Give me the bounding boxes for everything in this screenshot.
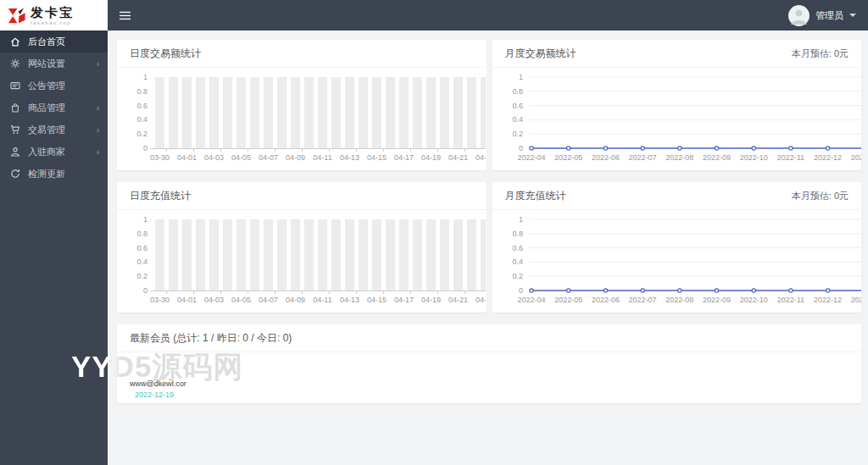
card-title: 最新会员 (总计: 1 / 昨日: 0 / 今日: 0) xyxy=(130,331,292,346)
svg-text:2022-04: 2022-04 xyxy=(517,296,545,304)
user-menu[interactable]: 管理员 xyxy=(788,5,856,26)
svg-text:1: 1 xyxy=(143,215,147,224)
svg-text:04-01: 04-01 xyxy=(177,153,197,162)
svg-text:04-19: 04-19 xyxy=(421,296,441,304)
sidebar-item-6[interactable]: 入驻商家› xyxy=(0,141,108,163)
svg-text:0: 0 xyxy=(143,286,147,295)
cart-icon xyxy=(10,125,20,135)
sidebar-item-2[interactable]: 网站设置› xyxy=(0,53,108,75)
card-latest-members: 最新会员 (总计: 1 / 昨日: 0 / 今日: 0) www@dkewl.c… xyxy=(117,324,861,403)
sidebar-item-1[interactable]: 后台首页 xyxy=(0,30,108,53)
card-title: 月度交易额统计 xyxy=(505,47,576,61)
username: 管理员 xyxy=(815,9,843,22)
card-header: 月度交易额统计 本月预估: 0元 xyxy=(492,40,862,68)
app-domain: fakabao.top xyxy=(31,20,74,25)
chart-monthly-recharge: 00.20.40.60.812022-042022-052022-062022-… xyxy=(492,210,862,313)
announcement-icon xyxy=(10,80,20,91)
svg-text:0.6: 0.6 xyxy=(512,244,523,252)
hamburger-menu-icon[interactable] xyxy=(120,11,131,20)
topbar: 管理员 xyxy=(108,0,868,30)
svg-text:0.2: 0.2 xyxy=(136,130,147,138)
svg-text:0.4: 0.4 xyxy=(136,257,147,266)
svg-text:2022-09: 2022-09 xyxy=(702,153,730,162)
home-icon xyxy=(10,36,20,47)
sidebar: 发卡宝 fakabao.top 后台首页网站设置›公告管理商品管理›交易管理›入… xyxy=(0,0,108,465)
svg-text:1: 1 xyxy=(143,73,147,81)
svg-text:0.6: 0.6 xyxy=(136,102,147,110)
svg-text:04-05: 04-05 xyxy=(231,296,251,304)
svg-text:0.6: 0.6 xyxy=(136,244,147,252)
svg-text:0: 0 xyxy=(518,144,522,152)
chevron-right-icon: › xyxy=(97,59,99,69)
svg-text:04-09: 04-09 xyxy=(286,153,305,162)
list-item[interactable]: www@dkewl.cor 2022-12-19 xyxy=(130,379,861,399)
chart-svg-daily_trade: 00.20.40.60.8103-3004-0104-0304-0504-070… xyxy=(122,70,486,169)
sidebar-item-7[interactable]: 检测更新 xyxy=(0,163,108,185)
logo[interactable]: 发卡宝 fakabao.top xyxy=(0,0,108,30)
main-content: 日度交易额统计 00.20.40.60.8103-3004-0104-0304-… xyxy=(108,30,868,465)
sidebar-item-3[interactable]: 公告管理 xyxy=(0,75,108,97)
svg-text:2022-08: 2022-08 xyxy=(665,296,693,304)
merchant-icon xyxy=(10,147,20,157)
card-title: 日度充值统计 xyxy=(130,189,191,203)
sidebar-item-4[interactable]: 商品管理› xyxy=(0,97,108,119)
svg-text:2022-10: 2022-10 xyxy=(739,153,767,162)
refresh-icon xyxy=(10,169,20,179)
logo-text: 发卡宝 fakabao.top xyxy=(31,6,74,25)
svg-text:2022-12: 2022-12 xyxy=(814,153,842,162)
brand-logo-icon xyxy=(7,6,26,25)
monthly-estimate: 本月预估: 0元 xyxy=(792,190,849,202)
svg-text:04-23: 04-23 xyxy=(476,296,486,304)
card-title: 月度充值统计 xyxy=(505,189,566,203)
svg-text:2022-11: 2022-11 xyxy=(776,296,804,304)
goods-icon xyxy=(10,102,20,113)
svg-text:03-30: 03-30 xyxy=(150,296,170,304)
chart-svg-daily_recharge: 00.20.40.60.8103-3004-0104-0304-0504-070… xyxy=(122,213,486,311)
svg-text:2022-07: 2022-07 xyxy=(628,296,656,304)
svg-text:04-21: 04-21 xyxy=(448,296,468,304)
svg-text:0.6: 0.6 xyxy=(512,102,523,110)
svg-text:2023-01: 2023-01 xyxy=(850,153,860,162)
svg-text:2022-05: 2022-05 xyxy=(554,153,582,162)
svg-text:04-09: 04-09 xyxy=(286,296,305,304)
gear-icon xyxy=(10,58,20,69)
svg-text:2022-06: 2022-06 xyxy=(591,296,619,304)
chevron-right-icon: › xyxy=(97,147,99,157)
svg-text:1: 1 xyxy=(518,73,522,81)
card-daily-recharge: 日度充值统计 00.20.40.60.8103-3004-0104-0304-0… xyxy=(117,182,487,313)
svg-text:0.2: 0.2 xyxy=(136,272,147,280)
svg-text:0.8: 0.8 xyxy=(136,87,147,96)
monthly-estimate: 本月预估: 0元 xyxy=(792,47,849,60)
app-name: 发卡宝 xyxy=(31,6,74,19)
svg-text:04-15: 04-15 xyxy=(367,296,387,304)
svg-text:04-03: 04-03 xyxy=(204,153,224,162)
card-title: 日度交易额统计 xyxy=(130,47,201,61)
charts-grid: 日度交易额统计 00.20.40.60.8103-3004-0104-0304-… xyxy=(117,40,861,313)
svg-text:2022-08: 2022-08 xyxy=(665,153,693,162)
svg-text:2022-06: 2022-06 xyxy=(591,153,619,162)
svg-text:0.2: 0.2 xyxy=(512,272,523,280)
member-email: www@dkewl.cor xyxy=(130,379,861,388)
svg-text:04-17: 04-17 xyxy=(394,296,414,304)
svg-text:04-05: 04-05 xyxy=(231,153,251,162)
svg-text:0.4: 0.4 xyxy=(512,257,523,266)
svg-text:2022-10: 2022-10 xyxy=(739,296,767,304)
sidebar-item-label: 后台首页 xyxy=(28,36,65,48)
svg-text:0: 0 xyxy=(518,286,522,295)
svg-text:04-01: 04-01 xyxy=(177,296,197,304)
sidebar-item-label: 交易管理 xyxy=(28,124,65,136)
sidebar-item-label: 检测更新 xyxy=(28,168,65,180)
svg-text:04-15: 04-15 xyxy=(367,153,387,162)
chart-svg-monthly_trade: 00.20.40.60.812022-042022-052022-062022-… xyxy=(498,70,861,169)
card-monthly-recharge: 月度充值统计 本月预估: 0元 00.20.40.60.812022-04202… xyxy=(492,182,862,313)
svg-text:0: 0 xyxy=(143,144,147,152)
svg-text:0.4: 0.4 xyxy=(136,115,147,124)
svg-text:2022-11: 2022-11 xyxy=(776,153,804,162)
sidebar-item-5[interactable]: 交易管理› xyxy=(0,119,108,141)
chevron-right-icon: › xyxy=(97,125,99,135)
sidebar-item-label: 商品管理 xyxy=(28,102,65,114)
card-daily-trade: 日度交易额统计 00.20.40.60.8103-3004-0104-0304-… xyxy=(117,40,487,170)
svg-text:2022-07: 2022-07 xyxy=(628,153,656,162)
svg-text:0.8: 0.8 xyxy=(136,230,147,238)
app-layout: 发卡宝 fakabao.top 后台首页网站设置›公告管理商品管理›交易管理›入… xyxy=(0,0,868,465)
